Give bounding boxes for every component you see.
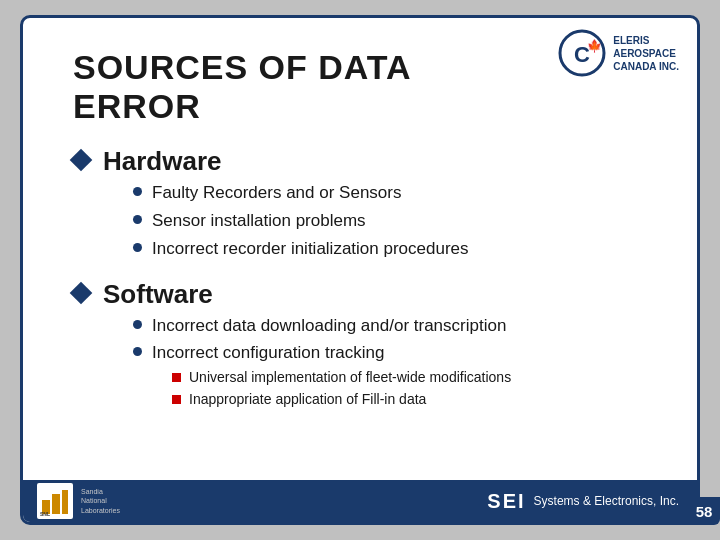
hardware-item-3: Incorrect recorder initialization proced… (152, 237, 469, 261)
circle-bullet (133, 243, 142, 252)
list-item: Incorrect data downloading and/or transc… (133, 314, 511, 338)
snl-text: Sandia National Laboratories (81, 487, 120, 514)
software-section: Software Incorrect data downloading and/… (73, 279, 667, 420)
circle-bullet (133, 215, 142, 224)
svg-rect-5 (52, 494, 60, 514)
svg-text:🍁: 🍁 (587, 38, 602, 53)
hardware-section: Hardware Faulty Recorders and or Sensors… (73, 146, 667, 268)
svg-text:SNL: SNL (40, 511, 50, 517)
subsub-item: Universal implementation of fleet-wide m… (172, 368, 511, 388)
sei-label: SEI (487, 490, 525, 513)
sei-sublabel: Systems & Electronics, Inc. (534, 494, 679, 508)
logo-area: C 🍁 ELERIS AEROSPACE CANADA INC. (557, 28, 679, 78)
footer-left: SNL Sandia National Laboratories (37, 483, 120, 519)
circle-bullet (133, 347, 142, 356)
list-item: Sensor installation problems (133, 209, 469, 233)
list-item: Faulty Recorders and or Sensors (133, 181, 469, 205)
subsub-item-2: Inappropriate application of Fill-in dat… (189, 390, 426, 410)
diamond-bullet-software (70, 281, 93, 304)
footer-bar: SNL Sandia National Laboratories SEI Sys… (23, 480, 697, 522)
logo-box: C 🍁 ELERIS AEROSPACE CANADA INC. (557, 28, 679, 78)
content-area: Hardware Faulty Recorders and or Sensors… (73, 146, 667, 419)
subsub-item-1: Universal implementation of fleet-wide m… (189, 368, 511, 388)
snl-logo: SNL (37, 483, 73, 519)
circle-bullet (133, 187, 142, 196)
square-bullet (172, 395, 181, 404)
slide-title: SOURCES OF DATA ERROR (73, 38, 537, 126)
hardware-item-1: Faulty Recorders and or Sensors (152, 181, 401, 205)
logo-circle: C 🍁 (557, 28, 607, 78)
list-item: Incorrect recorder initialization proced… (133, 237, 469, 261)
square-bullet (172, 373, 181, 382)
list-item: Incorrect configuration tracking Univers… (133, 341, 511, 411)
circle-bullet (133, 320, 142, 329)
software-list: Incorrect data downloading and/or transc… (133, 314, 511, 412)
hardware-list: Faulty Recorders and or Sensors Sensor i… (133, 181, 469, 260)
hardware-item-2: Sensor installation problems (152, 209, 366, 233)
page-number: 58 (688, 497, 720, 525)
software-item-2: Incorrect configuration tracking (152, 343, 384, 362)
subsub-item: Inappropriate application of Fill-in dat… (172, 390, 511, 410)
logo-text: ELERIS AEROSPACE CANADA INC. (613, 34, 679, 73)
diamond-bullet-hardware (70, 149, 93, 172)
svg-rect-6 (62, 490, 68, 514)
slide: C 🍁 ELERIS AEROSPACE CANADA INC. SOURCES… (20, 15, 700, 525)
subsub-list: Universal implementation of fleet-wide m… (172, 368, 511, 409)
software-item-1: Incorrect data downloading and/or transc… (152, 314, 506, 338)
software-heading: Software (103, 279, 511, 310)
hardware-heading: Hardware (103, 146, 469, 177)
